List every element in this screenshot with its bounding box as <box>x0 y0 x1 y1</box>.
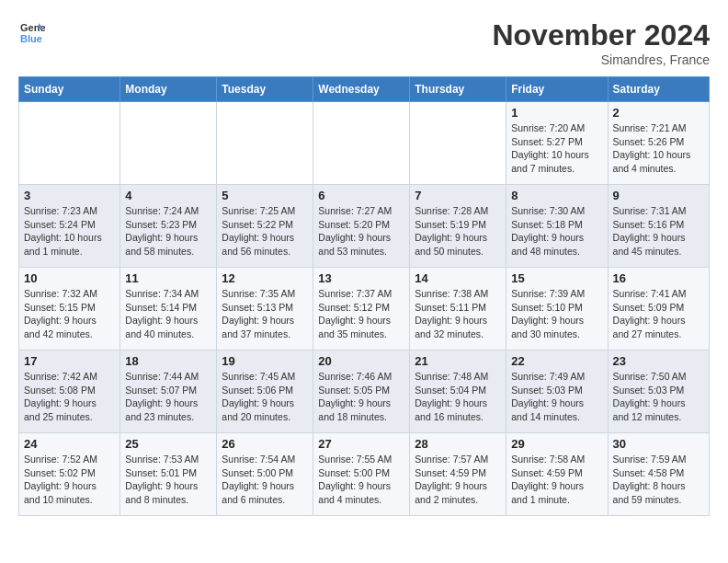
logo-icon: General Blue <box>18 18 46 46</box>
day-info: Sunrise: 7:49 AM Sunset: 5:03 PM Dayligh… <box>511 370 602 424</box>
day-number: 2 <box>613 106 704 120</box>
day-number: 30 <box>613 437 704 451</box>
location: Simandres, France <box>492 52 710 67</box>
day-info: Sunrise: 7:42 AM Sunset: 5:08 PM Dayligh… <box>24 370 115 424</box>
day-info: Sunrise: 7:58 AM Sunset: 4:59 PM Dayligh… <box>511 453 602 507</box>
day-number: 1 <box>511 106 602 120</box>
day-info: Sunrise: 7:35 AM Sunset: 5:13 PM Dayligh… <box>222 287 308 341</box>
calendar-cell: 5Sunrise: 7:25 AM Sunset: 5:22 PM Daylig… <box>217 185 313 268</box>
calendar-cell: 24Sunrise: 7:52 AM Sunset: 5:02 PM Dayli… <box>19 433 120 516</box>
day-number: 9 <box>613 189 704 202</box>
logo: General Blue <box>18 18 46 46</box>
day-number: 28 <box>415 437 501 451</box>
day-number: 4 <box>125 189 211 202</box>
page-header: General Blue November 2024 Simandres, Fr… <box>18 18 710 67</box>
calendar-cell: 10Sunrise: 7:32 AM Sunset: 5:15 PM Dayli… <box>19 268 120 350</box>
day-info: Sunrise: 7:38 AM Sunset: 5:11 PM Dayligh… <box>415 287 501 341</box>
day-info: Sunrise: 7:55 AM Sunset: 5:00 PM Dayligh… <box>318 453 404 507</box>
day-info: Sunrise: 7:25 AM Sunset: 5:22 PM Dayligh… <box>222 204 308 259</box>
day-number: 29 <box>511 437 602 451</box>
day-info: Sunrise: 7:46 AM Sunset: 5:05 PM Dayligh… <box>318 370 404 424</box>
day-number: 11 <box>125 271 211 285</box>
day-number: 16 <box>613 271 704 285</box>
calendar-cell: 4Sunrise: 7:24 AM Sunset: 5:23 PM Daylig… <box>120 185 217 268</box>
calendar-cell <box>410 102 506 185</box>
day-info: Sunrise: 7:45 AM Sunset: 5:06 PM Dayligh… <box>222 370 308 424</box>
calendar-cell: 8Sunrise: 7:30 AM Sunset: 5:18 PM Daylig… <box>506 185 608 268</box>
day-number: 26 <box>222 437 308 451</box>
title-block: November 2024 Simandres, France <box>492 18 710 67</box>
day-info: Sunrise: 7:48 AM Sunset: 5:04 PM Dayligh… <box>415 370 501 424</box>
day-info: Sunrise: 7:30 AM Sunset: 5:18 PM Dayligh… <box>511 204 602 259</box>
day-number: 6 <box>318 189 404 202</box>
calendar-cell: 3Sunrise: 7:23 AM Sunset: 5:24 PM Daylig… <box>19 185 120 268</box>
day-info: Sunrise: 7:20 AM Sunset: 5:27 PM Dayligh… <box>511 121 602 176</box>
day-number: 23 <box>613 354 704 368</box>
calendar-cell: 21Sunrise: 7:48 AM Sunset: 5:04 PM Dayli… <box>410 350 506 433</box>
day-info: Sunrise: 7:57 AM Sunset: 4:59 PM Dayligh… <box>415 453 501 507</box>
calendar-cell: 1Sunrise: 7:20 AM Sunset: 5:27 PM Daylig… <box>506 102 608 185</box>
weekday-header-thursday: Thursday <box>410 77 506 102</box>
day-number: 18 <box>125 354 211 368</box>
day-number: 13 <box>318 271 404 285</box>
day-info: Sunrise: 7:23 AM Sunset: 5:24 PM Dayligh… <box>24 204 115 259</box>
day-number: 10 <box>24 271 115 285</box>
day-info: Sunrise: 7:37 AM Sunset: 5:12 PM Dayligh… <box>318 287 404 341</box>
weekday-header-saturday: Saturday <box>608 77 709 102</box>
day-number: 14 <box>415 271 501 285</box>
calendar-cell: 11Sunrise: 7:34 AM Sunset: 5:14 PM Dayli… <box>120 268 217 350</box>
day-info: Sunrise: 7:54 AM Sunset: 5:00 PM Dayligh… <box>222 453 308 507</box>
svg-text:Blue: Blue <box>20 33 42 44</box>
calendar-cell: 26Sunrise: 7:54 AM Sunset: 5:00 PM Dayli… <box>217 433 313 516</box>
calendar-cell: 27Sunrise: 7:55 AM Sunset: 5:00 PM Dayli… <box>313 433 410 516</box>
day-info: Sunrise: 7:34 AM Sunset: 5:14 PM Dayligh… <box>125 287 211 341</box>
day-number: 20 <box>318 354 404 368</box>
calendar-cell: 17Sunrise: 7:42 AM Sunset: 5:08 PM Dayli… <box>19 350 120 433</box>
weekday-header-wednesday: Wednesday <box>313 77 410 102</box>
calendar-cell: 2Sunrise: 7:21 AM Sunset: 5:26 PM Daylig… <box>608 102 709 185</box>
day-number: 27 <box>318 437 404 451</box>
day-info: Sunrise: 7:59 AM Sunset: 4:58 PM Dayligh… <box>613 453 704 507</box>
day-number: 21 <box>415 354 501 368</box>
weekday-header-tuesday: Tuesday <box>217 77 313 102</box>
day-info: Sunrise: 7:21 AM Sunset: 5:26 PM Dayligh… <box>613 121 704 176</box>
day-number: 24 <box>24 437 115 451</box>
weekday-header-monday: Monday <box>120 77 217 102</box>
day-number: 8 <box>511 189 602 202</box>
calendar-cell: 6Sunrise: 7:27 AM Sunset: 5:20 PM Daylig… <box>313 185 410 268</box>
weekday-header-friday: Friday <box>506 77 608 102</box>
calendar-cell <box>120 102 217 185</box>
day-number: 3 <box>24 189 115 202</box>
day-info: Sunrise: 7:50 AM Sunset: 5:03 PM Dayligh… <box>613 370 704 424</box>
day-number: 17 <box>24 354 115 368</box>
calendar-cell: 18Sunrise: 7:44 AM Sunset: 5:07 PM Dayli… <box>120 350 217 433</box>
day-info: Sunrise: 7:31 AM Sunset: 5:16 PM Dayligh… <box>613 204 704 259</box>
calendar-cell: 23Sunrise: 7:50 AM Sunset: 5:03 PM Dayli… <box>608 350 709 433</box>
month-title: November 2024 <box>492 18 710 52</box>
weekday-header-sunday: Sunday <box>19 77 120 102</box>
day-number: 15 <box>511 271 602 285</box>
calendar-cell: 22Sunrise: 7:49 AM Sunset: 5:03 PM Dayli… <box>506 350 608 433</box>
calendar-cell: 7Sunrise: 7:28 AM Sunset: 5:19 PM Daylig… <box>410 185 506 268</box>
calendar-cell: 28Sunrise: 7:57 AM Sunset: 4:59 PM Dayli… <box>410 433 506 516</box>
day-info: Sunrise: 7:24 AM Sunset: 5:23 PM Dayligh… <box>125 204 211 259</box>
calendar-cell <box>313 102 410 185</box>
calendar-cell: 14Sunrise: 7:38 AM Sunset: 5:11 PM Dayli… <box>410 268 506 350</box>
calendar-cell: 19Sunrise: 7:45 AM Sunset: 5:06 PM Dayli… <box>217 350 313 433</box>
calendar-cell: 9Sunrise: 7:31 AM Sunset: 5:16 PM Daylig… <box>608 185 709 268</box>
day-info: Sunrise: 7:53 AM Sunset: 5:01 PM Dayligh… <box>125 453 211 507</box>
calendar-cell: 15Sunrise: 7:39 AM Sunset: 5:10 PM Dayli… <box>506 268 608 350</box>
calendar-cell: 12Sunrise: 7:35 AM Sunset: 5:13 PM Dayli… <box>217 268 313 350</box>
day-number: 12 <box>222 271 308 285</box>
calendar-cell: 29Sunrise: 7:58 AM Sunset: 4:59 PM Dayli… <box>506 433 608 516</box>
calendar-cell: 20Sunrise: 7:46 AM Sunset: 5:05 PM Dayli… <box>313 350 410 433</box>
day-info: Sunrise: 7:52 AM Sunset: 5:02 PM Dayligh… <box>24 453 115 507</box>
calendar-cell: 30Sunrise: 7:59 AM Sunset: 4:58 PM Dayli… <box>608 433 709 516</box>
day-number: 22 <box>511 354 602 368</box>
day-info: Sunrise: 7:41 AM Sunset: 5:09 PM Dayligh… <box>613 287 704 341</box>
day-number: 19 <box>222 354 308 368</box>
calendar-cell <box>19 102 120 185</box>
calendar-table: SundayMondayTuesdayWednesdayThursdayFrid… <box>18 76 710 516</box>
calendar-cell <box>217 102 313 185</box>
day-number: 25 <box>125 437 211 451</box>
